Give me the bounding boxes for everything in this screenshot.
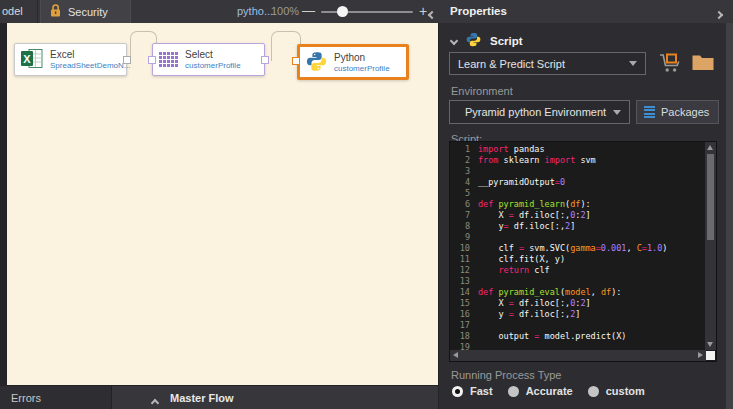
svg-text:X: X xyxy=(23,53,31,65)
radio-option[interactable]: Accurate xyxy=(508,385,573,397)
open-folder-button[interactable] xyxy=(691,52,715,74)
zoom-slider-track[interactable] xyxy=(321,11,413,13)
output-port[interactable] xyxy=(261,56,269,64)
running-process-options: Fast Accurate custom xyxy=(452,385,645,397)
collapse-up-icon[interactable] xyxy=(152,396,158,408)
environment-dropdown[interactable]: Pyramid python Environment xyxy=(449,100,630,124)
zoom-level-value: 100% xyxy=(271,0,299,23)
section-collapse-icon[interactable] xyxy=(450,36,458,44)
properties-panel-title: Properties xyxy=(450,0,507,23)
script-type-value: Learn & Predict Script xyxy=(458,58,565,70)
input-port[interactable] xyxy=(292,57,300,65)
python-icon xyxy=(306,51,327,74)
lock-icon xyxy=(50,4,61,19)
radio-icon[interactable] xyxy=(508,386,519,397)
errors-tab[interactable]: Errors xyxy=(0,386,112,409)
script-section-title: Script xyxy=(490,35,523,47)
packages-label: Packages xyxy=(661,106,709,118)
node-title: Python xyxy=(334,52,390,64)
code-editor[interactable]: 1import pandas2from sklearn import svm34… xyxy=(449,141,717,362)
zoom-out-button[interactable]: — xyxy=(302,0,315,22)
properties-panel: Script Learn & Predict Script Environmen… xyxy=(438,23,733,409)
node-python-selected[interactable]: Python customerProfile xyxy=(297,44,409,80)
security-button[interactable]: Security xyxy=(40,0,131,23)
active-node-name: pytho... xyxy=(237,0,273,23)
editor-horizontal-scrollbar[interactable] xyxy=(450,350,706,361)
node-subtitle: customerProfile xyxy=(185,61,241,70)
code-lines: 1import pandas2from sklearn import svm34… xyxy=(450,144,696,353)
script-type-dropdown[interactable]: Learn & Predict Script xyxy=(449,52,646,75)
node-excel[interactable]: X Excel SpreadSheetDemoN... xyxy=(14,43,127,76)
node-select[interactable]: Select customerProfile xyxy=(152,43,265,76)
environment-value: Pyramid python Environment xyxy=(458,106,613,118)
output-port[interactable] xyxy=(123,56,131,64)
editor-vertical-scrollbar[interactable] xyxy=(705,142,716,350)
marketplace-cart-button[interactable] xyxy=(658,52,682,76)
vertical-scroll-thumb[interactable] xyxy=(707,154,714,240)
radio-icon[interactable] xyxy=(588,386,599,397)
panel-scrollbar[interactable] xyxy=(726,23,733,409)
dropdown-arrow-icon xyxy=(629,61,637,66)
python-script-icon xyxy=(466,32,481,49)
script-section-header[interactable]: Script xyxy=(451,32,523,49)
model-tab-label[interactable]: odel xyxy=(2,0,23,23)
radio-label: Fast xyxy=(470,385,493,397)
app-window: odel Security pytho... 100% — + Properti… xyxy=(0,0,733,409)
toolbar-divider xyxy=(37,0,38,23)
zoom-in-button[interactable]: + xyxy=(419,0,427,22)
packages-button[interactable]: Packages xyxy=(636,100,719,124)
flow-canvas[interactable]: X Excel SpreadSheetDemoN... Select custo… xyxy=(7,23,438,385)
properties-expand-icon[interactable] xyxy=(716,8,722,20)
scroll-left-icon[interactable] xyxy=(453,352,458,358)
security-label: Security xyxy=(68,6,108,18)
top-toolbar: odel Security pytho... 100% — + Properti… xyxy=(0,0,733,23)
zoom-slider-thumb[interactable] xyxy=(337,6,348,17)
scroll-up-icon[interactable] xyxy=(707,145,713,150)
scrollbar-corner xyxy=(706,351,715,360)
node-title: Select xyxy=(185,49,241,61)
environment-label: Environment xyxy=(451,85,513,97)
radio-label: Accurate xyxy=(526,385,573,397)
input-port[interactable] xyxy=(148,56,156,64)
radio-icon[interactable] xyxy=(452,386,463,397)
scroll-right-icon[interactable] xyxy=(698,352,703,358)
radio-label: custom xyxy=(606,385,645,397)
radio-option[interactable]: custom xyxy=(588,385,645,397)
master-flow-tab[interactable]: Master Flow xyxy=(170,386,234,409)
scroll-down-icon[interactable] xyxy=(707,342,713,347)
bottom-bar: Errors Master Flow xyxy=(0,385,438,409)
select-grid-icon xyxy=(159,52,178,67)
node-subtitle: SpreadSheetDemoN... xyxy=(50,61,131,70)
dropdown-arrow-icon xyxy=(613,110,621,115)
running-process-label: Running Process Type xyxy=(451,369,561,381)
node-title: Excel xyxy=(50,49,131,61)
collapse-left-icon[interactable] xyxy=(429,8,435,20)
node-subtitle: customerProfile xyxy=(334,64,390,73)
excel-icon: X xyxy=(21,48,43,71)
list-icon xyxy=(644,106,655,119)
radio-option[interactable]: Fast xyxy=(452,385,493,397)
left-edge-strip xyxy=(0,23,7,385)
